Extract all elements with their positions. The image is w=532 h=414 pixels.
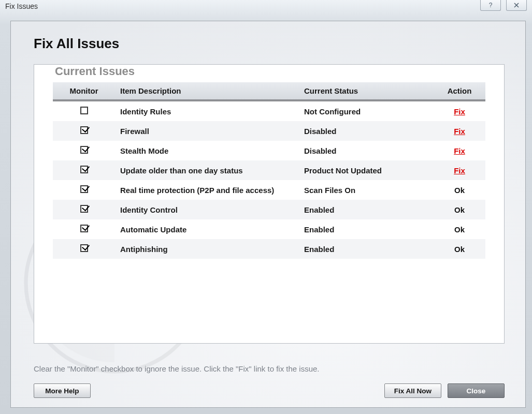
monitor-cell (53, 100, 115, 121)
column-header-action: Action (434, 82, 485, 100)
monitor-checkbox[interactable] (80, 244, 88, 252)
monitor-checkbox[interactable] (80, 225, 88, 232)
monitor-cell (53, 200, 115, 219)
titlebar-buttons: ? (480, 0, 527, 11)
fix-link[interactable]: Fix (454, 146, 465, 155)
ok-status: Ok (454, 205, 465, 214)
current-status: Enabled (299, 200, 434, 219)
dialog-body: Fix All Issues Current Issues Monitor It… (11, 21, 525, 407)
action-cell: Ok (434, 180, 485, 200)
current-status: Disabled (299, 141, 434, 160)
issues-panel: Current Issues Monitor Item Description … (34, 64, 505, 344)
monitor-cell (53, 160, 115, 180)
button-bar: More Help Fix All Now Close (34, 383, 505, 398)
hint-text: Clear the "Monitor" checkbox to ignore t… (34, 364, 320, 373)
fix-all-now-button[interactable]: Fix All Now (384, 383, 441, 398)
action-cell: Fix (434, 141, 485, 160)
monitor-cell (53, 141, 115, 160)
table-row: Identity ControlEnabledOk (53, 200, 485, 219)
ok-status: Ok (454, 225, 465, 234)
action-cell: Fix (434, 100, 485, 121)
monitor-checkbox[interactable] (80, 107, 88, 114)
item-description: Automatic Update (115, 219, 299, 239)
current-status: Disabled (299, 121, 434, 141)
page-title: Fix All Issues (11, 21, 525, 57)
table-row: Stealth ModeDisabledFix (53, 141, 485, 160)
monitor-checkbox[interactable] (80, 126, 88, 134)
more-help-button[interactable]: More Help (34, 383, 91, 398)
action-cell: Fix (434, 121, 485, 141)
fix-link[interactable]: Fix (454, 166, 465, 175)
column-header-status: Current Status (299, 82, 434, 100)
column-header-monitor: Monitor (53, 82, 115, 100)
close-button[interactable]: Close (448, 383, 505, 398)
monitor-cell (53, 239, 115, 259)
current-status: Scan Files On (299, 180, 434, 200)
help-icon[interactable]: ? (480, 0, 501, 11)
titlebar: Fix Issues ? (0, 0, 532, 16)
monitor-cell (53, 121, 115, 141)
table-row: Real time protection (P2P and file acces… (53, 180, 485, 200)
table-row: Automatic UpdateEnabledOk (53, 219, 485, 239)
item-description: Identity Rules (115, 100, 299, 121)
current-status: Enabled (299, 219, 434, 239)
table-row: Update older than one day statusProduct … (53, 160, 485, 180)
window-title: Fix Issues (5, 2, 38, 10)
item-description: Real time protection (P2P and file acces… (115, 180, 299, 200)
ok-status: Ok (454, 245, 465, 254)
group-title: Current Issues (52, 65, 138, 78)
svg-text:?: ? (489, 2, 493, 9)
monitor-checkbox[interactable] (80, 185, 88, 193)
item-description: Identity Control (115, 200, 299, 219)
action-cell: Fix (434, 160, 485, 180)
fix-link[interactable]: Fix (454, 107, 465, 116)
monitor-checkbox[interactable] (80, 146, 88, 154)
current-status: Not Configured (299, 100, 434, 121)
action-cell: Ok (434, 219, 485, 239)
issues-table: Monitor Item Description Current Status … (53, 82, 485, 259)
action-cell: Ok (434, 200, 485, 219)
monitor-cell (53, 180, 115, 200)
item-description: Stealth Mode (115, 141, 299, 160)
current-status: Enabled (299, 239, 434, 259)
table-row: Identity RulesNot ConfiguredFix (53, 100, 485, 121)
monitor-checkbox[interactable] (80, 166, 88, 173)
item-description: Antiphishing (115, 239, 299, 259)
dialog: Fix All Issues Current Issues Monitor It… (10, 21, 526, 408)
item-description: Firewall (115, 121, 299, 141)
table-row: AntiphishingEnabledOk (53, 239, 485, 259)
item-description: Update older than one day status (115, 160, 299, 180)
monitor-cell (53, 219, 115, 239)
fix-link[interactable]: Fix (454, 127, 465, 136)
ok-status: Ok (454, 186, 465, 195)
monitor-checkbox[interactable] (80, 205, 88, 213)
current-status: Product Not Updated (299, 160, 434, 180)
action-cell: Ok (434, 239, 485, 259)
table-row: FirewallDisabledFix (53, 121, 485, 141)
column-header-description: Item Description (115, 82, 299, 100)
issues-group: Current Issues Monitor Item Description … (53, 81, 485, 259)
window-frame: Fix Issues ? Fix All Issues (0, 0, 532, 414)
close-icon[interactable] (506, 0, 527, 11)
